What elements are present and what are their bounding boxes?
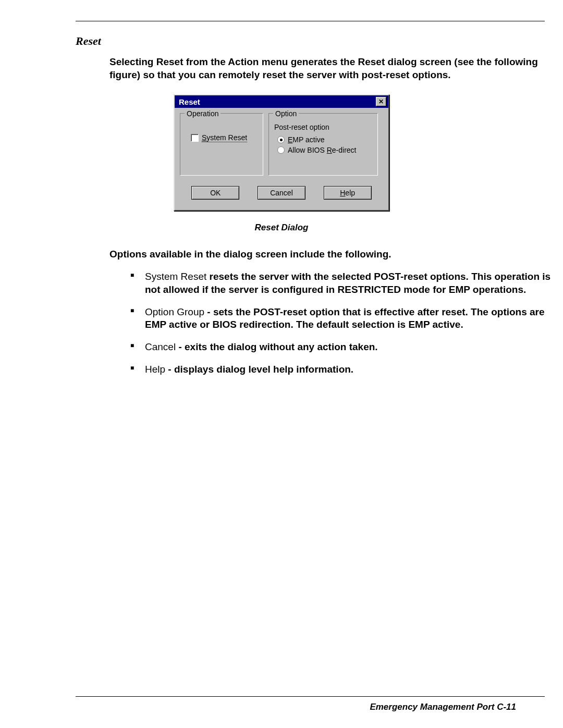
option-legend: Option [273, 109, 299, 118]
reset-dialog: Reset ✕ Operation System Reset Option [174, 94, 389, 211]
emp-active-radio[interactable]: EMP active [277, 135, 372, 144]
list-item: Option Group - sets the POST-reset optio… [130, 306, 558, 331]
system-reset-checkbox[interactable]: System Reset [191, 133, 258, 142]
radio-icon [277, 146, 285, 154]
figure-caption: Reset Dialog [255, 223, 309, 233]
dialog-body: Operation System Reset Option Post-reset… [175, 108, 388, 210]
close-icon: ✕ [378, 98, 384, 105]
operation-group: Operation System Reset [180, 113, 263, 176]
bios-redirect-label: Allow BIOS Re-direct [288, 146, 357, 154]
options-intro: Options available in the dialog screen i… [109, 249, 487, 260]
ok-button[interactable]: OK [191, 186, 239, 200]
bios-redirect-radio[interactable]: Allow BIOS Re-direct [277, 146, 372, 154]
intro-paragraph: Selecting Reset from the Action menu gen… [109, 56, 563, 81]
list-item: Cancel - exits the dialog without any ac… [130, 341, 558, 354]
top-rule [76, 21, 545, 21]
list-item: System Reset resets the server with the … [130, 270, 558, 296]
section-heading: Reset [76, 34, 487, 48]
option-group: Option Post-reset option EMP active Allo… [268, 113, 378, 176]
close-button[interactable]: ✕ [376, 97, 386, 106]
dialog-titlebar: Reset ✕ [175, 95, 388, 108]
dialog-button-row: OK Cancel Help [180, 183, 383, 205]
figure-container: Reset ✕ Operation System Reset Option [76, 94, 487, 233]
operation-legend: Operation [185, 109, 221, 118]
help-button[interactable]: Help [324, 186, 372, 200]
footer-text: Emergency Management Port C-11 [76, 702, 545, 712]
emp-active-label: EMP active [288, 135, 325, 144]
cancel-button[interactable]: Cancel [258, 186, 305, 200]
radio-icon [277, 136, 285, 143]
options-list: System Reset resets the server with the … [130, 270, 558, 376]
dialog-title: Reset [179, 97, 200, 106]
list-item: Help - displays dialog level help inform… [130, 363, 558, 376]
system-reset-label: System Reset [202, 133, 247, 142]
post-reset-label: Post-reset option [274, 123, 372, 131]
checkbox-icon [191, 134, 199, 142]
page-footer: Emergency Management Port C-11 [76, 696, 545, 712]
